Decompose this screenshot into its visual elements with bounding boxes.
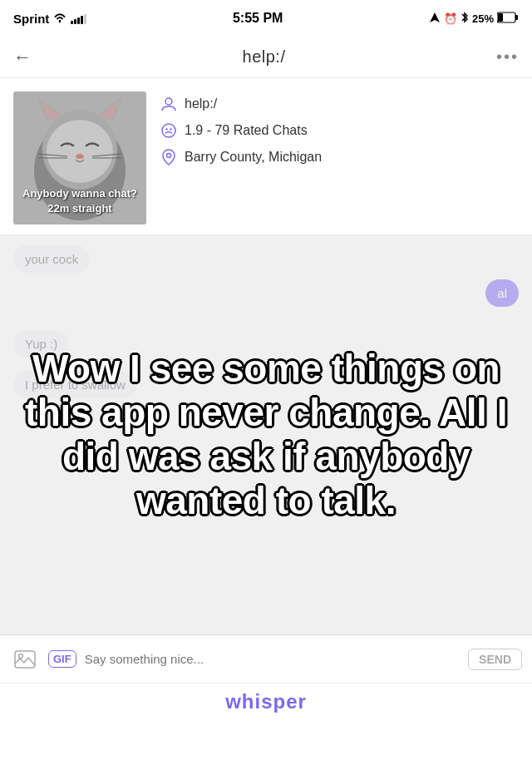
location-arrow-icon: [429, 12, 441, 26]
more-button[interactable]: •••: [496, 47, 519, 67]
gif-button[interactable]: GIF: [48, 650, 76, 668]
person-icon: [160, 95, 178, 113]
svg-rect-3: [498, 13, 503, 22]
nav-title: help:/: [243, 47, 286, 67]
signal-bars: [71, 12, 86, 24]
wifi-icon: [52, 12, 67, 26]
status-bar: Sprint 5:55 PM ⏰ 25%: [0, 0, 532, 37]
svg-rect-23: [15, 651, 35, 668]
svg-point-20: [165, 128, 167, 130]
svg-point-22: [167, 154, 171, 158]
location-text: Barry County, Michigan: [185, 150, 322, 165]
svg-point-13: [76, 154, 84, 159]
rating-text: 1.9 - 79 Rated Chats: [185, 123, 308, 138]
alarm-icon: ⏰: [444, 12, 457, 25]
avatar-label: Anybody wanna chat? 22m straight: [13, 186, 146, 216]
svg-point-19: [162, 124, 175, 137]
carrier-label: Sprint: [13, 12, 49, 26]
profile-section: Anybody wanna chat? 22m straight help:/: [0, 78, 532, 235]
svg-point-0: [59, 20, 61, 22]
svg-point-21: [170, 128, 171, 130]
status-left: Sprint: [13, 12, 86, 26]
svg-marker-1: [430, 12, 440, 22]
avatar-image: Anybody wanna chat? 22m straight: [13, 91, 146, 225]
profile-info: help:/ 1.9 - 79 Rated Chats Barry Coun: [146, 91, 519, 175]
svg-point-18: [165, 98, 172, 105]
username-text: help:/: [185, 96, 217, 111]
overlay-message: Wow I see some things on this app never …: [17, 347, 515, 523]
svg-point-12: [47, 120, 113, 183]
sad-face-icon: [160, 121, 178, 140]
username-row: help:/: [160, 95, 519, 113]
battery-icon: [497, 12, 519, 26]
back-button[interactable]: ←: [13, 47, 32, 68]
input-bar: GIF SEND: [0, 634, 532, 683]
location-row: Barry County, Michigan: [160, 148, 519, 166]
whisper-footer: whisper: [0, 683, 532, 719]
status-right: ⏰ 25%: [429, 12, 519, 26]
profile-avatar[interactable]: Anybody wanna chat? 22m straight: [13, 91, 146, 225]
overlay-text-container: Wow I see some things on this app never …: [0, 235, 532, 634]
nav-bar: ← help:/ •••: [0, 37, 532, 78]
whisper-logo: whisper: [225, 690, 307, 713]
location-pin-icon: [160, 148, 178, 166]
status-time: 5:55 PM: [233, 11, 283, 26]
image-button[interactable]: [10, 644, 40, 674]
svg-rect-4: [515, 15, 518, 20]
message-input[interactable]: [85, 644, 460, 674]
rating-row: 1.9 - 79 Rated Chats: [160, 121, 519, 140]
battery-label: 25%: [472, 12, 494, 25]
svg-point-24: [19, 654, 23, 658]
post-container: your cock al Yup :) I prefer to swallow …: [0, 235, 532, 634]
bluetooth-icon: [461, 12, 469, 26]
send-button[interactable]: SEND: [468, 649, 522, 670]
